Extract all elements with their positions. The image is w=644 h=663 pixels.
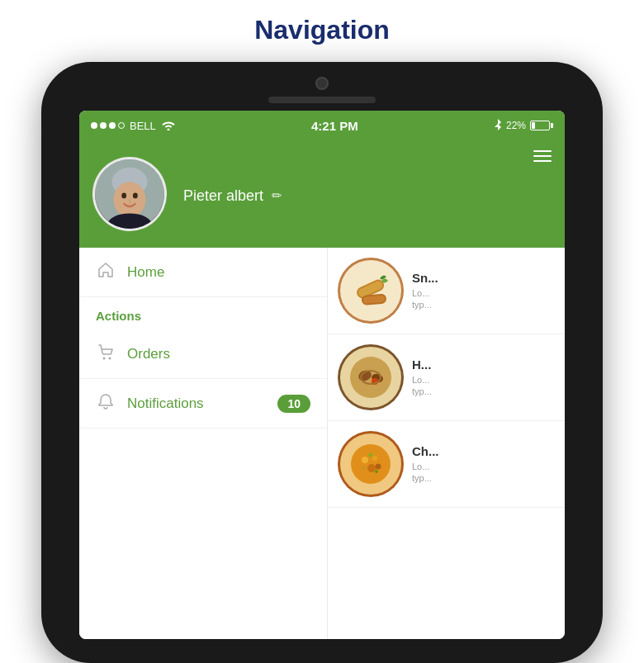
status-left: BELL bbox=[91, 119, 176, 133]
food-card-3[interactable]: Ch... Lo...typ... bbox=[328, 421, 565, 508]
signal-dots bbox=[91, 122, 125, 129]
food-card-2[interactable]: H... Lo...typ... bbox=[328, 334, 565, 421]
signal-dot-2 bbox=[100, 122, 107, 129]
food-title-2: H... bbox=[412, 358, 555, 372]
food-panel: Sn... Lo...typ... bbox=[327, 248, 565, 639]
svg-point-25 bbox=[361, 466, 366, 471]
svg-point-23 bbox=[372, 456, 377, 461]
phone-shell: BELL 4:21 PM 22% bbox=[41, 62, 603, 663]
nav-item-notifications[interactable]: Notifications 10 bbox=[79, 379, 327, 429]
phone-speaker bbox=[268, 97, 376, 103]
profile-info: Pieter albert ✏ bbox=[183, 187, 282, 205]
home-label: Home bbox=[127, 264, 164, 281]
svg-point-27 bbox=[368, 452, 372, 457]
edit-icon[interactable]: ✏ bbox=[272, 188, 282, 203]
food-image-3 bbox=[338, 431, 404, 497]
profile-header: Pieter albert ✏ bbox=[79, 140, 565, 248]
avatar-image bbox=[95, 159, 164, 229]
screen-content: Home Actions Orders bbox=[79, 248, 565, 639]
svg-point-6 bbox=[103, 358, 106, 360]
food-info-2: H... Lo...typ... bbox=[412, 358, 555, 398]
food-title-3: Ch... bbox=[412, 444, 555, 458]
signal-dot-3 bbox=[109, 122, 116, 129]
phone-screen: BELL 4:21 PM 22% bbox=[79, 111, 565, 639]
profile-content: Pieter albert ✏ bbox=[92, 150, 552, 231]
bell-icon bbox=[96, 392, 116, 414]
food-desc-1: Lo...typ... bbox=[412, 287, 555, 311]
svg-point-14 bbox=[350, 357, 391, 398]
svg-point-26 bbox=[375, 463, 381, 469]
cart-icon bbox=[96, 343, 116, 365]
hamburger-line-2 bbox=[533, 155, 552, 157]
battery-percent: 22% bbox=[506, 120, 526, 131]
food-info-1: Sn... Lo...typ... bbox=[412, 271, 555, 311]
food-title-1: Sn... bbox=[412, 271, 555, 285]
bluetooth-icon bbox=[494, 118, 502, 134]
hamburger-line-3 bbox=[533, 160, 552, 162]
avatar bbox=[92, 157, 167, 231]
wifi-icon bbox=[161, 119, 176, 133]
notifications-badge-container: 10 bbox=[277, 396, 310, 411]
svg-point-3 bbox=[121, 193, 126, 199]
nav-panel: Home Actions Orders bbox=[79, 248, 327, 639]
svg-point-28 bbox=[375, 470, 378, 473]
home-icon bbox=[96, 261, 116, 283]
notifications-label: Notifications bbox=[127, 395, 204, 412]
svg-point-4 bbox=[133, 193, 138, 199]
nav-item-home[interactable]: Home bbox=[79, 248, 327, 297]
phone-camera bbox=[315, 77, 329, 90]
signal-dot-4 bbox=[118, 122, 125, 129]
food-info-3: Ch... Lo...typ... bbox=[412, 444, 555, 485]
profile-name: Pieter albert bbox=[183, 187, 263, 205]
actions-section-title: Actions bbox=[79, 297, 327, 329]
battery-icon bbox=[530, 121, 553, 130]
svg-point-22 bbox=[362, 457, 368, 463]
notifications-badge: 10 bbox=[277, 395, 310, 413]
svg-point-7 bbox=[109, 358, 111, 360]
food-image-2 bbox=[338, 344, 404, 410]
profile-name-area: Pieter albert ✏ bbox=[183, 184, 282, 205]
food-desc-2: Lo...typ... bbox=[412, 374, 555, 398]
status-bar: BELL 4:21 PM 22% bbox=[79, 111, 565, 140]
hamburger-button[interactable] bbox=[533, 150, 552, 162]
hamburger-line-1 bbox=[533, 150, 552, 152]
food-card-1[interactable]: Sn... Lo...typ... bbox=[328, 248, 565, 334]
signal-dot-1 bbox=[91, 122, 97, 129]
food-image-1 bbox=[338, 258, 404, 324]
svg-point-21 bbox=[351, 444, 391, 484]
page-title: Navigation bbox=[0, 0, 644, 62]
nav-item-orders[interactable]: Orders bbox=[79, 329, 327, 379]
carrier-label: BELL bbox=[130, 120, 156, 132]
status-time: 4:21 PM bbox=[311, 119, 358, 133]
svg-point-24 bbox=[367, 464, 376, 472]
phone-top-bar bbox=[268, 77, 376, 103]
food-desc-3: Lo...typ... bbox=[412, 461, 555, 485]
orders-label: Orders bbox=[127, 346, 170, 362]
status-right: 22% bbox=[494, 118, 553, 134]
